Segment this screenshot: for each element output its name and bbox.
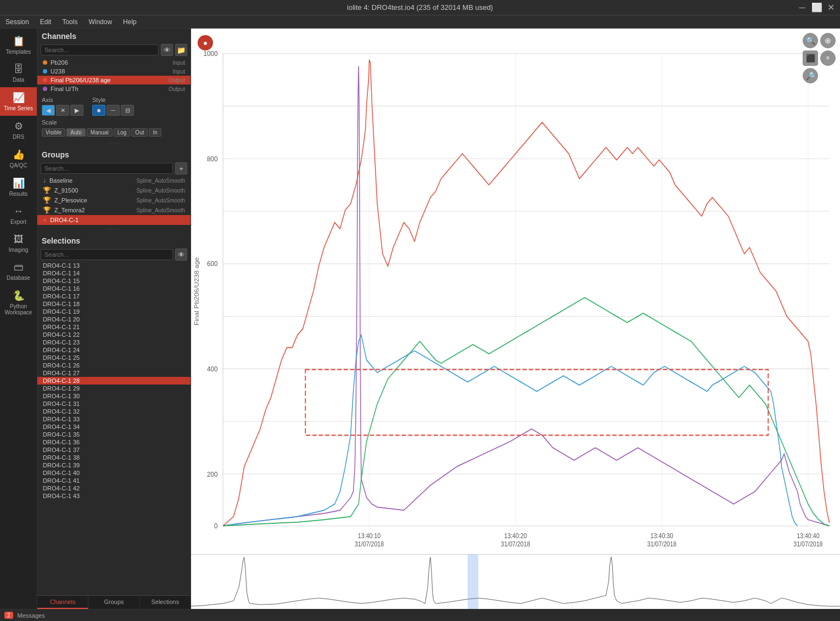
sidebar-item-imaging[interactable]: 🖼 Imaging [0, 229, 37, 257]
scale-visible-btn[interactable]: Visible [42, 128, 65, 137]
sidebar-item-data[interactable]: 🗄 Data [0, 59, 37, 87]
chart-area: 1000 800 600 400 200 0 Final Pb206/U238 … [191, 29, 840, 609]
sidebar-item-qa-qc[interactable]: 👍 QA/QC [0, 144, 37, 173]
sel-item-25[interactable]: DRO4-C-1 38 [37, 454, 191, 461]
chart-zoom-btn[interactable]: 🔍 [803, 33, 818, 48]
scale-in-btn[interactable]: In [149, 128, 161, 137]
sel-item-3[interactable]: DRO4-C-1 16 [37, 285, 191, 292]
sidebar-item-export[interactable]: ↔ Export [0, 201, 37, 229]
sel-item-30[interactable]: DRO4-C-1 43 [37, 492, 191, 500]
channel-item-pb206[interactable]: Pb206 Input [37, 58, 191, 67]
axis-left-btn[interactable]: ◀ [42, 105, 55, 116]
close-btn[interactable]: ✕ [826, 2, 836, 13]
panel-tab-channels[interactable]: Channels [37, 596, 88, 609]
sel-item-26[interactable]: DRO4-C-1 39 [37, 461, 191, 469]
group-item-baseline[interactable]: ↓ Baseline Spline_AutoSmooth [37, 176, 191, 185]
scale-out-btn[interactable]: Out [131, 128, 148, 137]
channels-search-input[interactable] [41, 44, 159, 55]
group-item-dro4[interactable]: ● DRO4-C-1 [37, 215, 191, 225]
scale-manual-btn[interactable]: Manual [87, 128, 113, 137]
selections-visibility-btn[interactable]: 👁 [175, 249, 187, 261]
channel-type-u238: Input [173, 69, 185, 75]
sel-item-4[interactable]: DRO4-C-1 17 [37, 292, 191, 300]
sel-item-2[interactable]: DRO4-C-1 15 [37, 277, 191, 285]
group-item-plesovice[interactable]: 🏆 Z_Plesovice Spline_AutoSmooth [37, 195, 191, 205]
style-filled-btn[interactable]: ■ [92, 105, 105, 116]
sel-item-27[interactable]: DRO4-C-1 40 [37, 469, 191, 477]
sel-item-9[interactable]: DRO4-C-1 22 [37, 331, 191, 338]
sel-item-12[interactable]: DRO4-C-1 25 [37, 354, 191, 362]
sidebar-item-templates[interactable]: 📋 Templates [0, 31, 37, 59]
sel-item-8[interactable]: DRO4-C-1 21 [37, 323, 191, 331]
mini-chart [191, 554, 840, 609]
channels-folder-btn[interactable]: 📁 [175, 44, 187, 56]
sel-item-16[interactable]: DRO4-C-1 29 [37, 385, 191, 392]
divider-2[interactable]: · · · · · [37, 225, 191, 233]
sel-item-19[interactable]: DRO4-C-1 32 [37, 408, 191, 415]
scale-log-btn[interactable]: Log [114, 128, 131, 137]
panel-tab-groups[interactable]: Groups [88, 596, 139, 609]
qa-qc-icon: 👍 [13, 149, 25, 161]
channel-dot-pb206 [43, 60, 47, 65]
scale-auto-btn[interactable]: Auto [66, 128, 86, 137]
sel-item-10[interactable]: DRO4-C-1 23 [37, 338, 191, 346]
restore-btn[interactable]: ⬜ [811, 2, 821, 13]
sel-item-7[interactable]: DRO4-C-1 20 [37, 315, 191, 323]
style-line-btn[interactable]: ─ [107, 105, 120, 116]
axis-clear-btn[interactable]: ✕ [56, 105, 69, 116]
selections-search-input[interactable] [41, 249, 173, 260]
sel-item-20[interactable]: DRO4-C-1 33 [37, 415, 191, 423]
menu-help[interactable]: Help [121, 17, 139, 27]
sel-item-14[interactable]: DRO4-C-1 27 [37, 369, 191, 377]
style-dash-btn[interactable]: ⊟ [121, 105, 134, 116]
sel-item-6[interactable]: DRO4-C-1 19 [37, 308, 191, 315]
sel-item-11[interactable]: DRO4-C-1 24 [37, 346, 191, 354]
channels-header: Channels [37, 29, 191, 43]
sel-item-24[interactable]: DRO4-C-1 37 [37, 446, 191, 454]
panel-tab-selections[interactable]: Selections [140, 596, 191, 609]
sel-item-29[interactable]: DRO4-C-1 42 [37, 484, 191, 492]
sel-item-5[interactable]: DRO4-C-1 18 [37, 300, 191, 308]
templates-icon: 📋 [13, 35, 25, 47]
menu-window[interactable]: Window [86, 17, 114, 27]
sel-item-1[interactable]: DRO4-C-1 14 [37, 269, 191, 277]
selections-header: Selections [37, 233, 191, 247]
sidebar-item-python-workspace[interactable]: 🐍 Python Workspace [0, 285, 37, 320]
sidebar-item-drs[interactable]: ⚙ DRS [0, 116, 37, 144]
menu-session[interactable]: Session [3, 17, 31, 27]
sidebar-item-database[interactable]: 🗃 Database [0, 257, 37, 285]
channel-item-u238[interactable]: U238 Input [37, 67, 191, 76]
chart-record-btn[interactable]: ● [198, 35, 213, 50]
sidebar-item-time-series[interactable]: 📈 Time Series [0, 87, 37, 116]
divider-1[interactable]: · · · · · [37, 139, 191, 147]
sel-item-21[interactable]: DRO4-C-1 34 [37, 423, 191, 431]
menu-tools[interactable]: Tools [60, 17, 80, 27]
sel-item-18[interactable]: DRO4-C-1 31 [37, 400, 191, 408]
chart-crosshair-btn[interactable]: ⊕ [820, 33, 836, 48]
chart-search-btn[interactable]: 🔎 [803, 68, 818, 83]
svg-text:1000: 1000 [204, 49, 218, 58]
sel-item-22[interactable]: DRO4-C-1 35 [37, 431, 191, 438]
style-group: Style ■ ─ ⊟ [92, 97, 134, 116]
axis-right-btn[interactable]: ▶ [70, 105, 83, 116]
sidebar-item-results[interactable]: 📊 Results [0, 173, 37, 201]
minimize-btn[interactable]: ─ [797, 3, 807, 13]
sel-item-13[interactable]: DRO4-C-1 26 [37, 362, 191, 369]
group-item-temora2[interactable]: 🏆 Z_Temora2 Spline_AutoSmooth [37, 205, 191, 215]
sel-item-15[interactable]: DRO4-C-1 28 [37, 377, 191, 385]
sel-item-17[interactable]: DRO4-C-1 30 [37, 392, 191, 400]
sel-item-23[interactable]: DRO4-C-1 36 [37, 438, 191, 446]
channels-visibility-btn[interactable]: 👁 [161, 44, 173, 56]
channel-item-u-th[interactable]: Final U/Th Output [37, 84, 191, 93]
sel-item-0[interactable]: DRO4-C-1 13 [37, 262, 191, 269]
chart-circle-btn[interactable]: ⚬ [820, 50, 836, 66]
channel-item-pb206-u238-age[interactable]: Final Pb206/U238 age Output [37, 76, 191, 84]
groups-search-input[interactable] [41, 163, 173, 174]
group-item-z91500[interactable]: 🏆 Z_91500 Spline_AutoSmooth [37, 185, 191, 195]
dot-icon-dro4: ● [43, 216, 47, 224]
sel-item-28[interactable]: DRO4-C-1 41 [37, 477, 191, 484]
groups-add-btn[interactable]: + [175, 162, 187, 174]
chart-rect-btn[interactable]: ⬛ [803, 50, 818, 66]
menu-edit[interactable]: Edit [38, 17, 54, 27]
axis-btn-group: ◀ ✕ ▶ [42, 105, 83, 116]
